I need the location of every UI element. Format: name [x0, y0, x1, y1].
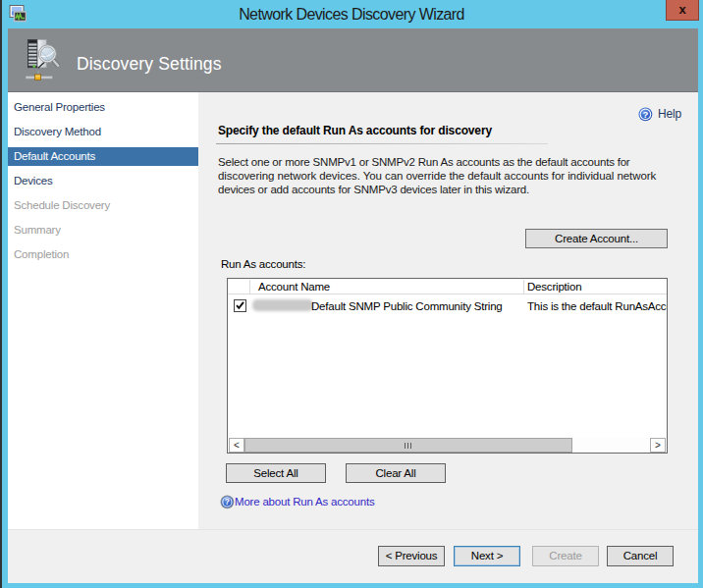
svg-text:?: ?	[225, 497, 230, 507]
svg-text:?: ?	[642, 109, 648, 120]
